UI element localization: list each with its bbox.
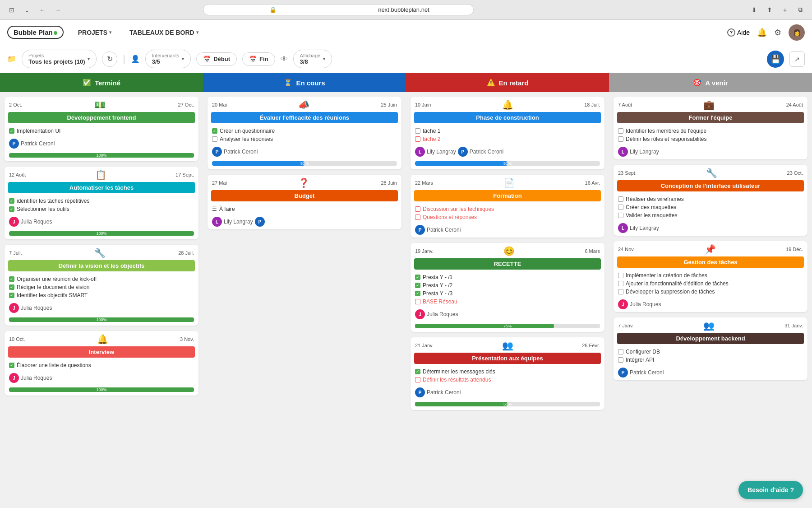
help-button[interactable]: Besoin d'aide ? — [738, 481, 803, 499]
task-text-definir-vision-0: Organiser une réunion de kick-off — [17, 276, 97, 282]
progress-container-interview: 100% — [9, 387, 194, 392]
assignee-name-former-equipe-0: Lily Langray — [630, 149, 659, 155]
task-checkbox-interview-0[interactable]: ✓ — [9, 363, 14, 368]
task-item-phase-construction-0: tâche 1 — [415, 127, 600, 135]
task-status-icon-budget-0: ☰ — [212, 206, 217, 212]
export-button[interactable]: ↗ — [789, 51, 805, 67]
card-title-conception-interface: Conception de l'interface utilisateur — [617, 180, 804, 191]
share-button[interactable]: ⬆ — [763, 4, 776, 16]
card-conception-interface[interactable]: 23 Sept. 🔧 23 Oct. Conception de l'inter… — [614, 165, 807, 236]
card-dev-backend[interactable]: 7 Janv. 👥 31 Janv. Développement backend… — [614, 317, 807, 380]
card-recette[interactable]: 19 Janv. 😊 6 Mars RECETTE✓Presta Y - /1✓… — [411, 243, 604, 332]
card-formation[interactable]: 22 Mars 📄 16 Avr. FormationDiscussion su… — [411, 175, 604, 238]
card-date-end-dev-backend: 31 Janv. — [784, 323, 803, 328]
back-button[interactable]: ← — [36, 4, 49, 16]
user-avatar[interactable]: 👩 — [789, 24, 805, 41]
card-former-equipe[interactable]: 7 Août 💼 24 Août Former l'équipeIdentifi… — [614, 97, 807, 159]
task-text-gestion-taches-1: Ajouter la fonctionnalité d'édition de t… — [626, 280, 729, 287]
task-checkbox-automatiser-taches-0[interactable]: ✓ — [9, 198, 14, 204]
intervenants-filter[interactable]: Intervenants 3/5 ▾ — [145, 50, 191, 68]
card-tasks-former-equipe: Identifier les membres de l'équipeDéfini… — [614, 126, 807, 144]
card-presentation-equipes[interactable]: 21 Janv. 👥 26 Févr. Présentation aux équ… — [411, 337, 604, 410]
card-date-start-recette: 19 Janv. — [415, 248, 434, 254]
window-toggle-button[interactable]: ⊡ — [5, 4, 18, 16]
card-icon-conception-interface: 🔧 — [706, 168, 717, 178]
task-checkbox-presentation-equipes-0[interactable]: ✓ — [415, 369, 420, 374]
task-checkbox-dev-frontend-0[interactable]: ✓ — [9, 128, 14, 134]
column-encours: ⏳En cours 20 Mai 📣 25 Juin Évaluer l'eff… — [203, 73, 406, 508]
task-checkbox-conception-interface-2[interactable] — [618, 213, 623, 218]
task-checkbox-dev-backend-0[interactable] — [618, 349, 623, 354]
task-checkbox-recette-3[interactable] — [415, 299, 420, 304]
nav-projects[interactable]: PROJETS ▾ — [74, 26, 115, 39]
card-date-end-dev-frontend: 27 Oct. — [178, 102, 194, 107]
task-checkbox-phase-construction-0[interactable] — [415, 128, 420, 134]
task-checkbox-definir-vision-2[interactable]: ✓ — [9, 293, 14, 298]
task-checkbox-recette-0[interactable]: ✓ — [415, 275, 420, 280]
card-budget[interactable]: 27 Mai ❓ 28 Juin Budget☰À faireLLily Lan… — [208, 175, 401, 229]
task-checkbox-automatiser-taches-1[interactable]: ✓ — [9, 206, 14, 212]
task-text-former-equipe-1: Définir les rôles et responsabilités — [626, 136, 706, 142]
refresh-button[interactable]: ↻ — [102, 51, 117, 67]
card-phase-construction[interactable]: 10 Juin 🔔 18 Juil. Phase de construction… — [411, 97, 604, 169]
task-checkbox-evaluer-reunions-0[interactable]: ✓ — [212, 128, 217, 134]
debut-label: Début — [213, 56, 230, 62]
fin-filter[interactable]: 📅 Fin — [242, 52, 275, 66]
card-date-start-phase-construction: 10 Juin — [415, 102, 431, 107]
task-checkbox-gestion-taches-0[interactable] — [618, 273, 623, 278]
task-checkbox-presentation-equipes-1[interactable] — [415, 377, 420, 382]
card-icon-gestion-taches: 📌 — [705, 244, 716, 255]
task-text-automatiser-taches-0: identifïer les tâches répétitives — [17, 198, 89, 204]
card-date-end-evaluer-reunions: 25 Juin — [381, 102, 397, 107]
task-checkbox-recette-2[interactable]: ✓ — [415, 291, 420, 296]
card-gestion-taches[interactable]: 24 Nov. 📌 19 Déc. Gestion des tâchesImpl… — [614, 241, 807, 312]
address-bar[interactable]: 🔒 next.bubbleplan.net — [203, 4, 474, 15]
card-tasks-conception-interface: Réaliser des wireframesCréer des maquett… — [614, 194, 807, 220]
card-title-recette: RECETTE — [414, 258, 601, 270]
task-checkbox-recette-1[interactable]: ✓ — [415, 283, 420, 288]
card-date-row-dev-frontend: 2 Oct. 💵 27 Oct. — [5, 97, 198, 112]
assignee-name-conception-interface-0: Lily Langray — [630, 225, 659, 231]
task-checkbox-phase-construction-1[interactable] — [415, 136, 420, 142]
new-tab-button[interactable]: + — [779, 4, 791, 16]
task-checkbox-dev-backend-1[interactable] — [618, 357, 623, 363]
progress-container-recette: 75% — [415, 324, 600, 328]
logo[interactable]: Bubble Plan — [7, 26, 64, 39]
progress-container-dev-frontend: 100% — [9, 153, 194, 158]
toolbar-separator-1: | — [123, 54, 125, 64]
task-checkbox-definir-vision-0[interactable]: ✓ — [9, 276, 14, 282]
column-title-icon-termine: ✅ — [83, 79, 91, 87]
download-button[interactable]: ⬇ — [748, 4, 761, 16]
card-date-row-budget: 27 Mai ❓ 28 Juin — [208, 175, 401, 190]
settings-icon[interactable]: ⚙ — [774, 28, 781, 37]
affichage-filter[interactable]: Affichage 3/8 ▾ — [293, 50, 332, 68]
intervenants-filter-value: 3/5 — [152, 58, 160, 65]
card-interview[interactable]: 10 Oct. 🔔 3 Nov. Interview✓Élaborer une … — [5, 331, 198, 396]
task-checkbox-conception-interface-0[interactable] — [618, 196, 623, 202]
task-checkbox-gestion-taches-1[interactable] — [618, 281, 623, 286]
column-title-icon-retard: ⚠️ — [487, 79, 495, 87]
task-checkbox-conception-interface-1[interactable] — [618, 205, 623, 210]
task-checkbox-evaluer-reunions-1[interactable] — [212, 136, 217, 142]
debut-filter[interactable]: 📅 Début — [196, 52, 237, 66]
task-checkbox-formation-1[interactable] — [415, 214, 420, 220]
task-checkbox-former-equipe-0[interactable] — [618, 128, 623, 134]
card-definir-vision[interactable]: 7 Juil. 🔧 28 Juil. Définir la vision et … — [5, 245, 198, 326]
card-footer-interview: JJulia Roques — [5, 370, 198, 386]
task-checkbox-former-equipe-1[interactable] — [618, 136, 623, 142]
bell-icon[interactable]: 🔔 — [757, 28, 767, 37]
save-button[interactable]: 💾 — [767, 51, 784, 68]
projects-filter[interactable]: Projets Tous les projets (10) ▾ — [22, 50, 97, 68]
tabs-button[interactable]: ⧉ — [794, 4, 807, 16]
card-evaluer-reunions[interactable]: 20 Mai 📣 25 Juin Évaluer l'efficacité de… — [208, 97, 401, 169]
card-date-start-formation: 22 Mars — [415, 180, 433, 186]
card-dev-frontend[interactable]: 2 Oct. 💵 27 Oct. Développement frontend✓… — [5, 97, 198, 161]
nav-dashboards[interactable]: TABLEAUX DE BORD ▾ — [126, 26, 202, 39]
help-link[interactable]: ? Aide — [727, 28, 750, 37]
task-checkbox-definir-vision-1[interactable]: ✓ — [9, 284, 14, 290]
browser-dropdown-button[interactable]: ⌄ — [21, 4, 33, 16]
task-checkbox-formation-0[interactable] — [415, 206, 420, 212]
forward-button[interactable]: → — [51, 4, 64, 16]
card-automatiser-taches[interactable]: 12 Août 📋 17 Sept. Automatiser les tâche… — [5, 167, 198, 239]
task-checkbox-gestion-taches-2[interactable] — [618, 289, 623, 294]
